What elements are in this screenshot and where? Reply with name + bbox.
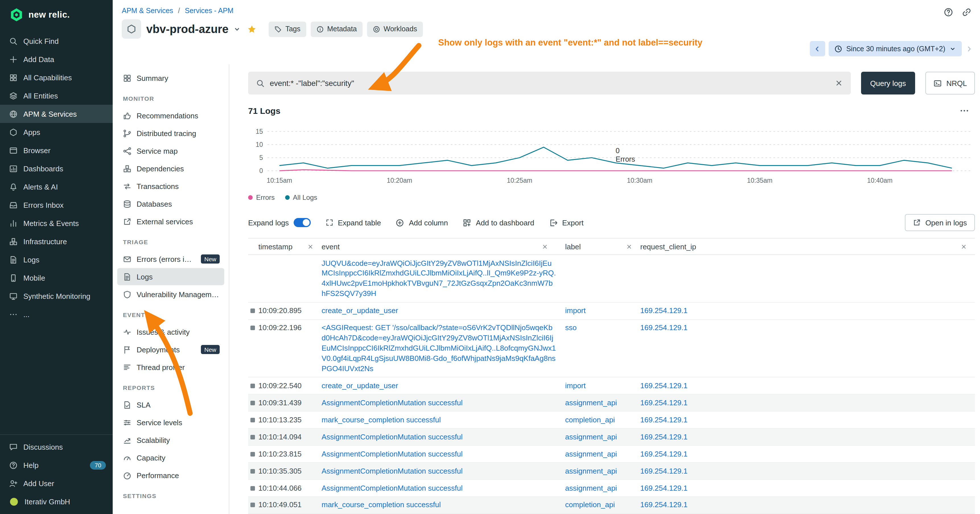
subnav-item-errors-errors-inb[interactable]: Errors (errors inb...New [117, 250, 224, 267]
table-row[interactable]: 10:09:22.540create_or_update_userimport1… [248, 378, 975, 395]
event-link[interactable]: AssignmentCompletionMutation successful [321, 432, 463, 441]
column-header-request-client-ip[interactable]: request_client_ip [640, 242, 975, 251]
favorite-star-icon[interactable] [247, 24, 257, 34]
table-row[interactable]: 10:10:49.051mark_course_completion succe… [248, 497, 975, 514]
sidebar-item-apm-services[interactable]: APM & Services [0, 105, 113, 123]
ip-link[interactable]: 169.254.129.1 [640, 398, 687, 407]
legend-errors[interactable]: Errors [248, 194, 275, 202]
sidebar-item-logs[interactable]: Logs [0, 250, 113, 269]
label-link[interactable]: sso [565, 323, 576, 332]
subnav-item-thread-profiler[interactable]: Thread profiler [117, 359, 224, 376]
workloads-chip[interactable]: Workloads [367, 21, 423, 37]
sidebar-item-mobile[interactable]: Mobile [0, 269, 113, 287]
label-link[interactable]: completion_api [565, 415, 615, 424]
ip-link[interactable]: 169.254.129.1 [640, 381, 687, 390]
ip-link[interactable]: 169.254.129.1 [640, 484, 687, 492]
subnav-item-distributed-tracing[interactable]: Distributed tracing [117, 125, 224, 142]
expand-logs-switch[interactable] [293, 218, 310, 227]
sidebar-item-browser[interactable]: Browser [0, 141, 113, 159]
sidebar-item-quick-find[interactable]: Quick Find [0, 32, 113, 50]
newrelic-logo[interactable]: new relic. [0, 0, 113, 27]
ip-link[interactable]: 169.254.129.1 [640, 323, 687, 332]
subnav-item-vulnerability-management[interactable]: Vulnerability Management [117, 286, 224, 303]
breadcrumb-apm-services[interactable]: APM & Services [122, 7, 173, 15]
ip-link[interactable]: 169.254.129.1 [640, 449, 687, 458]
table-row[interactable]: 10:09:20.895create_or_update_userimport1… [248, 303, 975, 320]
entity-caret-icon[interactable] [234, 25, 241, 33]
column-header-timestamp[interactable]: timestamp [258, 242, 321, 251]
event-link[interactable]: mark_course_completion successful [321, 415, 441, 424]
label-link[interactable]: assignment_api [565, 432, 617, 441]
sidebar-item-dashboards[interactable]: Dashboards [0, 159, 113, 178]
logs-search-bar[interactable]: event:* -"label":"security" [248, 72, 851, 94]
row-select[interactable] [248, 483, 258, 490]
row-select[interactable] [248, 466, 258, 473]
clear-query-icon[interactable] [835, 79, 843, 87]
expand-table-button[interactable]: Expand table [325, 218, 381, 227]
remove-column-icon[interactable] [542, 243, 556, 250]
sidebar-item-add-data[interactable]: Add Data [0, 50, 113, 68]
add-to-dashboard-button[interactable]: Add to dashboard [463, 218, 534, 227]
ip-link[interactable]: 169.254.129.1 [640, 466, 687, 475]
table-row[interactable]: 10:10:14.094AssignmentCompletionMutation… [248, 429, 975, 446]
row-select[interactable] [248, 323, 258, 330]
sidebar-item-alerts-ai[interactable]: Alerts & AI [0, 178, 113, 196]
table-row[interactable]: 10:10:35.305AssignmentCompletionMutation… [248, 463, 975, 480]
table-row[interactable]: 10:09:22.196<ASGIRequest: GET '/sso/call… [248, 320, 975, 377]
event-link[interactable]: AssignmentCompletionMutation successful [321, 484, 463, 492]
column-header-event[interactable]: event [321, 242, 565, 251]
row-select[interactable] [248, 415, 258, 422]
label-link[interactable]: assignment_api [565, 484, 617, 492]
subnav-item-external-services[interactable]: External services [117, 213, 224, 230]
remove-column-icon[interactable] [307, 243, 321, 250]
sidebar-item-all-capabilities[interactable]: All Capabilities [0, 68, 113, 86]
subnav-item-recommendations[interactable]: Recommendations [117, 107, 224, 124]
label-link[interactable]: assignment_api [565, 449, 617, 458]
table-row[interactable]: 10:09:31.439AssignmentCompletionMutation… [248, 395, 975, 412]
table-row[interactable]: 10:10:13.235mark_course_completion succe… [248, 412, 975, 429]
open-in-logs-button[interactable]: Open in logs [905, 214, 975, 231]
row-select[interactable] [248, 449, 258, 456]
label-link[interactable]: assignment_api [565, 398, 617, 407]
ip-link[interactable]: 169.254.129.1 [640, 307, 687, 315]
ip-link[interactable]: 169.254.129.1 [640, 432, 687, 441]
expand-logs-toggle[interactable]: Expand logs [248, 218, 310, 227]
add-column-button[interactable]: Add column [396, 218, 448, 227]
event-link[interactable]: AssignmentCompletionMutation successful [321, 398, 463, 407]
label-link[interactable]: import [565, 381, 585, 390]
sidebar-item-add-user[interactable]: Add User [0, 474, 113, 492]
subnav-item-service-levels[interactable]: Service levels [117, 414, 224, 431]
subnav-item-issues-activity[interactable]: Issues & activity [117, 323, 224, 341]
table-row[interactable]: 10:10:44.066AssignmentCompletionMutation… [248, 480, 975, 497]
subnav-item-logs[interactable]: Logs [117, 268, 224, 285]
nrql-button[interactable]: NRQL [925, 72, 975, 94]
sidebar-item-discussions[interactable]: Discussions [0, 438, 113, 456]
time-back-button[interactable] [810, 41, 825, 56]
permalink-icon[interactable] [962, 7, 972, 17]
tags-chip[interactable]: Tags [269, 21, 306, 37]
row-select[interactable] [248, 381, 258, 388]
label-link[interactable]: completion_api [565, 501, 615, 509]
row-select[interactable] [248, 398, 258, 405]
subnav-item-sla[interactable]: SLA [117, 396, 224, 413]
sidebar-item-all-entities[interactable]: All Entities [0, 86, 113, 105]
column-header-label[interactable]: label [565, 242, 640, 251]
event-link[interactable]: <ASGIRequest: GET '/sso/callback/?state=… [321, 323, 556, 373]
help-circle-icon[interactable] [943, 7, 953, 17]
remove-column-icon[interactable] [626, 243, 640, 250]
event-link[interactable]: mark_course_completion successful [321, 501, 441, 509]
row-select[interactable] [248, 500, 258, 508]
legend-all-logs[interactable]: All Logs [285, 194, 317, 202]
export-button[interactable]: Export [549, 218, 584, 227]
event-link[interactable]: AssignmentCompletionMutation successful [321, 449, 463, 458]
sidebar-item-iterativ-gmbh[interactable]: Iterativ GmbH [0, 492, 113, 511]
sidebar-item-infrastructure[interactable]: Infrastructure [0, 232, 113, 250]
time-picker[interactable]: Since 30 minutes ago (GMT+2) [829, 41, 962, 56]
row-select[interactable] [248, 432, 258, 439]
sidebar-item-metrics-events[interactable]: Metrics & Events [0, 214, 113, 232]
sidebar-item-apps[interactable]: Apps [0, 123, 113, 141]
row-select[interactable] [248, 306, 258, 313]
remove-column-icon[interactable] [961, 243, 975, 250]
subnav-item-dependencies[interactable]: Dependencies [117, 160, 224, 177]
subnav-item-transactions[interactable]: Transactions [117, 178, 224, 195]
